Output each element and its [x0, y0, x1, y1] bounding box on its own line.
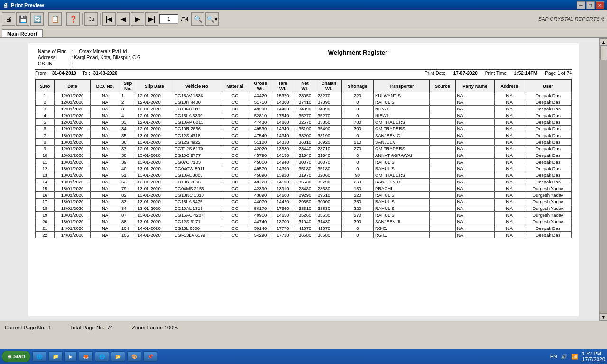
table-cell: 38830: [316, 205, 341, 212]
table-cell: 4: [120, 112, 136, 119]
table-cell: 13/01/2020: [54, 179, 90, 185]
table-cell: NA: [91, 152, 120, 159]
data-table: S.No Date D.O. No. SlipNo. Slip Date Veh…: [35, 79, 572, 238]
table-cell: CG04MS 2153: [173, 185, 221, 192]
table-cell: [429, 92, 455, 99]
table-cell: Deepak Das: [524, 139, 572, 146]
find-button[interactable]: 🔍: [191, 12, 204, 26]
close-button[interactable]: ✕: [596, 1, 604, 9]
table-cell: 13/01/2020: [54, 199, 90, 205]
table-cell: 35: [120, 132, 136, 139]
table-cell: 12-01-2020: [136, 106, 173, 112]
minimize-button[interactable]: ─: [577, 1, 585, 9]
taskbar-folder[interactable]: 📂: [111, 351, 125, 362]
table-cell: 56170: [249, 205, 272, 212]
table-cell: 13/01/2020: [54, 159, 90, 165]
taskbar-paint[interactable]: 🎨: [127, 351, 141, 362]
tab-main-report[interactable]: Main Report: [2, 29, 43, 37]
table-cell: Deepak Das: [524, 132, 572, 139]
table-cell: NA: [91, 225, 120, 232]
table-cell: 14/01/2020: [54, 232, 90, 238]
table-cell: CC: [221, 139, 249, 146]
table-cell: CC: [221, 119, 249, 126]
table-cell: 14650: [272, 212, 294, 218]
zoom-button[interactable]: 🔍▾: [205, 12, 219, 26]
table-row: 2114/01/2020NA10414-01-2020CG13L 6500CC5…: [36, 225, 572, 232]
table-cell: 51: [120, 172, 136, 179]
table-cell: Deepak Das: [524, 232, 572, 238]
to-label: To :: [83, 71, 90, 76]
table-cell: NA: [495, 232, 524, 238]
table-cell: 13: [36, 172, 55, 179]
table-cell: 33350: [316, 119, 341, 126]
table-cell: CG10M 8011: [173, 106, 221, 112]
table-cell: NA: [495, 139, 524, 146]
last-page-button[interactable]: ▶|: [145, 12, 158, 26]
table-cell: NA: [455, 212, 495, 218]
table-cell: 13-01-2020: [136, 218, 173, 225]
table-cell: NIRAJ: [373, 106, 429, 112]
table-cell: 0: [341, 132, 373, 139]
table-cell: [429, 119, 455, 126]
table-cell: NA: [91, 218, 120, 225]
table-row: 412/01/2020NA412-01-2020CG13LA 6399CC528…: [36, 112, 572, 119]
table-cell: 45890: [249, 172, 272, 179]
export-button[interactable]: 💾: [16, 12, 29, 26]
taskbar-firefox[interactable]: 🦊: [79, 351, 93, 362]
table-cell: 13-01-2020: [136, 172, 173, 179]
start-button[interactable]: ⊞ Start: [2, 351, 30, 362]
next-page-button[interactable]: ▶: [131, 12, 144, 26]
table-cell: 14420: [272, 199, 294, 205]
title-icon: 🖨: [3, 2, 8, 8]
table-row: 312/01/2020NA312-01-2020CG10M 8011CC4929…: [36, 106, 572, 112]
scroll-thumb[interactable]: [600, 46, 607, 60]
table-cell: 14300: [272, 99, 294, 106]
prev-page-button[interactable]: ◀: [117, 12, 130, 26]
table-cell: 13700: [272, 218, 294, 225]
table-cell: 14190: [272, 179, 294, 185]
scroll-down-button[interactable]: ▼: [600, 313, 607, 321]
table-cell: 13-01-2020: [136, 179, 173, 185]
refresh-button[interactable]: 🔄: [30, 12, 44, 26]
print-button[interactable]: 🖨: [2, 12, 15, 26]
taskbar-app2[interactable]: 📌: [143, 351, 157, 362]
table-cell: NA: [91, 179, 120, 185]
table-cell: 0: [341, 225, 373, 232]
table-cell: CC: [221, 146, 249, 152]
table-cell: 49530: [249, 126, 272, 132]
table-cell: CC: [221, 199, 249, 205]
table-cell: NA: [455, 99, 495, 106]
table-cell: 0: [341, 159, 373, 165]
table-cell: 35490: [316, 126, 341, 132]
table-cell: 31040: [294, 218, 316, 225]
table-cell: 36920: [316, 139, 341, 146]
scroll-up-button[interactable]: ▲: [600, 38, 607, 46]
maximize-button[interactable]: □: [586, 1, 595, 9]
taskbar-chrome[interactable]: 🌐: [95, 351, 109, 362]
table-cell: NA: [91, 165, 120, 172]
table-cell: 16: [36, 192, 55, 199]
table-cell: 13-01-2020: [136, 192, 173, 199]
table-cell: NA: [455, 205, 495, 212]
lang-indicator: EN: [550, 354, 557, 359]
first-page-button[interactable]: |◀: [102, 12, 116, 26]
separator-4: [100, 13, 101, 25]
page-number-input[interactable]: 1: [159, 14, 178, 24]
report-paper: Name of Firm : Omax Minerals Pvt Ltd Add…: [28, 43, 579, 316]
table-cell: NA: [91, 199, 120, 205]
table-row: 1313/01/2020NA5113-01-2020CG10AL 3803CC4…: [36, 172, 572, 179]
table-cell: CC: [221, 165, 249, 172]
scroll-track[interactable]: [600, 46, 607, 313]
table-cell: NA: [495, 165, 524, 172]
taskbar-explorer[interactable]: 📁: [48, 351, 63, 362]
copy-button[interactable]: 📋: [48, 12, 62, 26]
table-cell: CG10AL 1313: [173, 205, 221, 212]
taskbar-media[interactable]: ▶: [64, 351, 77, 362]
table-cell: 10: [36, 152, 55, 159]
table-row: 912/01/2020NA3712-01-2020CGT12S 6170CC42…: [36, 146, 572, 152]
table-cell: CC: [221, 106, 249, 112]
group-tree-button[interactable]: 🗂: [84, 12, 98, 26]
taskbar-ie[interactable]: 🌐: [32, 351, 46, 362]
table-cell: ANNAT AGRAWAI: [373, 152, 429, 159]
help-button[interactable]: ❓: [66, 12, 80, 26]
